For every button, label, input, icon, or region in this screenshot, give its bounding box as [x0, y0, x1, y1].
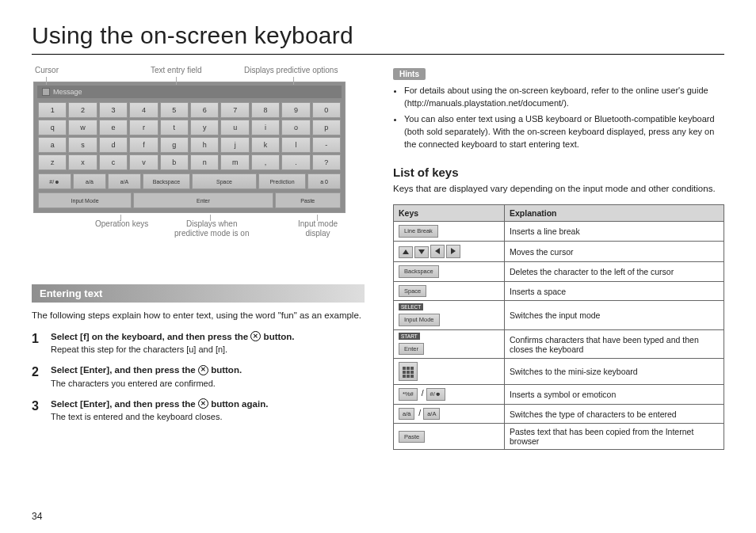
key-z: z: [38, 154, 67, 170]
step-number: 1: [32, 332, 43, 354]
op-space: Space: [192, 173, 257, 189]
arrow-down-icon: [414, 246, 429, 259]
step-title: Select [Enter], and then press the ✕ but…: [51, 399, 365, 409]
step: 2Select [Enter], and then press the ✕ bu…: [32, 365, 365, 387]
step-sub: The characters you entered are confirmed…: [51, 379, 365, 388]
key-?: ?: [312, 154, 341, 170]
arrow-up-icon: [399, 246, 413, 259]
callout-operation-keys: Operation keys: [95, 219, 148, 229]
key-v: v: [129, 154, 158, 170]
step-number: 2: [32, 365, 43, 387]
keys-table: Keys Explanation Line BreakInserts a lin…: [393, 204, 724, 450]
key-t: t: [160, 120, 189, 135]
list-of-keys-intro: Keys that are displayed vary depending o…: [393, 182, 724, 196]
key-,: ,: [251, 154, 280, 170]
key-chip: a/A: [423, 408, 440, 421]
step-title: Select [Enter], and then press the ✕ but…: [51, 365, 365, 375]
key-b: b: [160, 154, 189, 170]
key-3: 3: [99, 102, 128, 118]
key-y: y: [190, 120, 219, 135]
explanation-cell: Inserts a space: [505, 281, 724, 301]
key-l: l: [281, 137, 310, 153]
entry-label: Message: [53, 88, 82, 96]
step-body: Select [Enter], and then press the ✕ but…: [51, 365, 365, 387]
key-0: 0: [312, 102, 341, 118]
page-number: 34: [32, 511, 42, 522]
key-cell: [394, 359, 505, 385]
hints-badge: Hints: [393, 68, 426, 80]
key--: -: [312, 137, 341, 153]
bottom-key-row: Input Mode Enter Paste: [37, 192, 342, 209]
arrow-right-icon: [446, 245, 460, 259]
key-6: 6: [190, 102, 219, 118]
step-title: Select [f] on the keyboard, and then pre…: [51, 332, 365, 342]
list-of-keys-heading: List of keys: [393, 166, 724, 179]
key-cell: *%# / #/☻: [394, 385, 505, 405]
bot-enter: Enter: [133, 192, 273, 208]
step-body: Select [Enter], and then press the ✕ but…: [51, 399, 365, 421]
explanation-cell: Deletes the character to the left of the…: [505, 262, 724, 282]
key-s: s: [68, 137, 97, 153]
step-number: 3: [32, 399, 43, 421]
op-inputmode-indicator: a 0: [307, 173, 341, 189]
callout-input-mode-display: Input mode display: [298, 219, 338, 238]
step: 1Select [f] on the keyboard, and then pr…: [32, 332, 365, 354]
hint-item: For details about using the on-screen ke…: [404, 85, 724, 110]
explanation-cell: Inserts a line break: [505, 222, 724, 242]
explanation-cell: Pastes text that has been copied from th…: [505, 424, 724, 450]
key-o: o: [281, 120, 310, 135]
op-backspace: Backspace: [143, 173, 190, 189]
table-row: Moves the cursor: [394, 241, 724, 262]
key-2: 2: [68, 102, 97, 118]
table-row: Switches to the mini-size keyboard: [394, 359, 724, 385]
x-button-icon: ✕: [198, 398, 208, 409]
table-row: SpaceInserts a space: [394, 281, 724, 301]
left-column: Cursor Text entry field Displays predict…: [32, 66, 365, 450]
key-w: w: [68, 120, 97, 135]
key-4: 4: [129, 102, 158, 118]
key-8: 8: [251, 102, 280, 118]
key-cell: Line Break: [394, 222, 505, 242]
table-row: STARTEnterConfirms characters that have …: [394, 329, 724, 359]
keyboard-grid: 1234567890 qwertyuiop asdfghjkl- zxcvbnm…: [37, 101, 342, 171]
key-chip: Line Break: [399, 225, 438, 238]
op-accent: a/à: [73, 173, 106, 189]
text-entry-field: Message: [37, 86, 342, 98]
key-cell: Space: [394, 281, 505, 301]
hints-list: For details about using the on-screen ke…: [393, 85, 724, 151]
key-chip: Enter: [399, 343, 424, 356]
callout-predictive: Displays predictive options: [244, 66, 338, 74]
key-9: 9: [281, 102, 310, 118]
callout-text-entry: Text entry field: [151, 66, 201, 74]
key-chip: Input Mode: [399, 314, 440, 326]
explanation-cell: Confirms characters that have been typed…: [505, 329, 724, 359]
right-column: Hints For details about using the on-scr…: [393, 66, 724, 450]
key-chip: *%#: [399, 388, 418, 401]
key-k: k: [251, 137, 280, 153]
key-n: n: [190, 154, 219, 170]
key-i: i: [251, 120, 280, 135]
key-1: 1: [38, 102, 67, 118]
keyboard-diagram: Cursor Text entry field Displays predict…: [32, 66, 365, 261]
explanation-cell: Inserts a symbol or emoticon: [505, 385, 724, 405]
th-explanation: Explanation: [505, 205, 724, 222]
key-cell: Paste: [394, 424, 505, 450]
operation-key-row: #/☻ a/à a/A Backspace Space Prediction a…: [37, 173, 342, 190]
key-f: f: [129, 137, 158, 153]
step-body: Select [f] on the keyboard, and then pre…: [51, 332, 365, 354]
key-q: q: [38, 120, 67, 135]
key-super-label: START: [399, 333, 420, 340]
key-e: e: [99, 120, 128, 135]
step-sub: The text is entered and the keyboard clo…: [51, 412, 365, 421]
key-p: p: [312, 120, 341, 135]
key-u: u: [220, 120, 249, 135]
callout-predictive-on: Displays when predictive mode is on: [174, 219, 250, 238]
key-r: r: [129, 120, 158, 135]
key-cell: SELECTInput Mode: [394, 301, 505, 330]
key-chip: Paste: [399, 431, 425, 444]
key-cell: [394, 241, 505, 262]
key-j: j: [220, 137, 249, 153]
key-chip: Space: [399, 285, 426, 298]
key-super-label: SELECT: [399, 303, 423, 310]
explanation-cell: Switches to the mini-size keyboard: [505, 359, 724, 385]
